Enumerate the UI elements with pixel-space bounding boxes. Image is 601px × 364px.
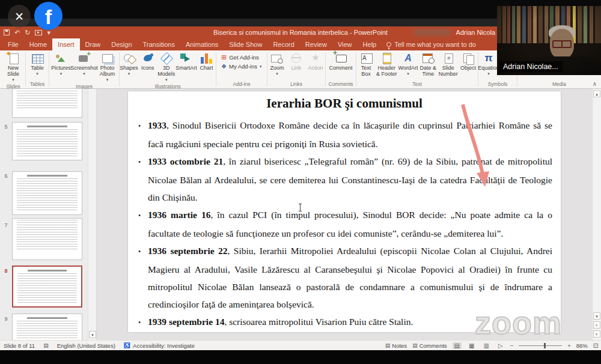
thumbnail-scroll-down-icon[interactable]: ▾ [89, 331, 96, 338]
smartart-button[interactable]: SmartArt [175, 52, 197, 71]
action-button: ★ Action [306, 52, 325, 71]
screenshot-button[interactable]: Screenshot [72, 52, 97, 77]
zoom-icon [270, 52, 284, 64]
zoom-in-button[interactable]: + [567, 342, 571, 349]
slide-number-button[interactable]: Slide Number [438, 52, 459, 77]
slide-bullet: 1933, Sinodul Bisericii Ortodoxe Române … [138, 117, 552, 153]
tab-transitions[interactable]: Transitions [138, 38, 180, 50]
screen: × f ↶ ↻ ▾ Biserica si comunismul in Roma… [0, 0, 601, 364]
slide-bullet: 1933 octombrie 21, în ziarul bisericesc … [138, 153, 552, 206]
photo-album-button[interactable]: Photo Album [97, 52, 118, 83]
3d-models-button[interactable]: 3D Models [157, 52, 175, 83]
group-label-tables: Tables [26, 80, 49, 88]
thumbnail-slide-7[interactable] [12, 218, 82, 260]
tab-review[interactable]: Review [300, 38, 332, 50]
icons-icon [141, 52, 155, 64]
slide-show-button[interactable]: ▷ [496, 342, 505, 349]
tab-home[interactable]: Home [24, 38, 52, 50]
facebook-icon[interactable]: f [34, 2, 63, 30]
notes-button[interactable]: ▤ Notes [385, 342, 407, 349]
get-addins-button[interactable]: ⊞ Get Add-ins [221, 53, 259, 61]
text-box-button[interactable]: Text Box [356, 52, 376, 77]
thumbnail-number: 5 [2, 124, 10, 130]
tab-draw[interactable]: Draw [80, 38, 106, 50]
slide-body-text[interactable]: 1933, Sinodul Bisericii Ortodoxe Române … [138, 117, 552, 332]
thumbnail-number: 6 [2, 173, 10, 179]
thumbnail-slide-6[interactable] [12, 171, 82, 215]
zoom-slider-handle[interactable] [544, 343, 546, 348]
account-name[interactable]: Adrian Nicola [456, 26, 495, 38]
slide-title[interactable]: Ierarhia BOR şi comunismul [128, 96, 561, 111]
language-status[interactable]: English (United States) [57, 342, 115, 349]
lightbulb-icon [386, 42, 391, 47]
zoom-level[interactable]: 86% [576, 342, 588, 349]
ribbon-group-addins: ⊞ Get Add-ins ❖ My Add-ins ▾ Add-ins [216, 50, 267, 88]
shapes-button[interactable]: Shapes [120, 52, 138, 77]
thumbnail-slide-5[interactable] [12, 122, 82, 160]
ribbon-group-comments: Comment Comments [326, 50, 356, 88]
normal-view-button[interactable]: ▤ [453, 342, 462, 349]
pictures-button[interactable]: Pictures [50, 52, 72, 77]
get-addins-icon: ⊞ [221, 53, 227, 61]
thumbnail-number: 9 [2, 316, 10, 322]
next-slide-icon[interactable]: « [593, 330, 600, 338]
slide-bullet: 1936 martie 16, în cazul PCI (în timpul … [138, 206, 552, 242]
group-label-comments: Comments [326, 80, 356, 88]
icons-button[interactable]: Icons [138, 52, 157, 71]
ribbon-group-images: Pictures Screenshot Photo Album Images [49, 50, 119, 88]
accessibility-icon: ♿ [124, 342, 130, 348]
my-addins-button[interactable]: ❖ My Add-ins ▾ [221, 63, 261, 70]
comments-button[interactable]: ▤ Comments [412, 342, 447, 349]
participant-name-label: Adrian Nicolae... [499, 61, 563, 72]
wordart-button[interactable]: A WordArt [398, 52, 419, 77]
thumbnail-slide-9[interactable] [12, 314, 82, 340]
thumbnail-scrollbar[interactable]: ▾ [88, 89, 97, 340]
theme-icon: ▤ [43, 342, 49, 348]
zoom-slider[interactable] [519, 345, 562, 346]
ribbon-group-tables: Table Tables [26, 50, 49, 88]
thumbnail-slide-8-selected[interactable] [12, 265, 82, 308]
tab-help[interactable]: Help [358, 38, 382, 50]
collapse-ribbon-icon[interactable]: ∧ [593, 80, 597, 87]
accessibility-status[interactable]: ♿ Accessibility: Investigate [124, 342, 195, 349]
object-button[interactable]: Object [459, 52, 478, 71]
slide-canvas[interactable]: Ierarhia BOR şi comunismul 1933, Sinodul… [128, 91, 561, 332]
table-button[interactable]: Table [27, 52, 48, 77]
thumbnail-number-selected: 8 [2, 268, 10, 274]
tab-insert[interactable]: Insert [52, 38, 80, 50]
chart-button[interactable]: Chart [197, 52, 216, 71]
header-footer-button[interactable]: Header & Footer [376, 52, 398, 77]
zoom-out-button[interactable]: − [510, 342, 514, 349]
slide-sorter-view-button[interactable]: ▦ [467, 342, 476, 349]
link-button: Link [287, 52, 306, 71]
zoom-button[interactable]: Zoom [267, 52, 287, 77]
fit-slide-icon[interactable]: ⊡ [593, 342, 599, 350]
tell-me-box[interactable]: Tell me what you want to do [382, 38, 481, 50]
shapes-icon [122, 52, 136, 64]
text-cursor [300, 204, 300, 211]
group-label-text: Text [356, 80, 478, 88]
wordart-icon: A [401, 52, 415, 64]
thumbnail-slide-4-partial[interactable] [12, 89, 82, 118]
comment-button[interactable]: Comment [328, 52, 354, 71]
new-slide-button[interactable]: New Slide [3, 52, 24, 83]
vertical-scrollbar[interactable]: ▴ ▾ « « [592, 89, 601, 340]
ribbon-group-text: Text Box Header & Footer A WordArt Date … [356, 50, 478, 88]
scroll-down-icon[interactable]: ▾ [593, 312, 600, 320]
previous-slide-icon[interactable]: « [593, 321, 600, 329]
tab-animations[interactable]: Animations [180, 38, 224, 50]
date-time-button[interactable]: Date & Time [418, 52, 438, 77]
equation-button[interactable]: π Equation [478, 52, 499, 77]
participant-video[interactable]: Adrian Nicolae... [497, 6, 601, 75]
group-label-links: Links [267, 80, 325, 88]
tab-file[interactable]: File [2, 38, 24, 50]
reading-view-button[interactable]: ▥ [481, 342, 490, 349]
scroll-up-icon[interactable]: ▴ [593, 90, 600, 97]
slide-thumbnail-panel: 5 6 7 8 9 [0, 89, 88, 340]
tab-record[interactable]: Record [267, 38, 299, 50]
close-icon[interactable]: × [8, 5, 31, 28]
tab-slide-show[interactable]: Slide Show [224, 38, 267, 50]
slide-bullet: 1936 septembrie 22, Sibiu, Ierarhii Mitr… [138, 242, 552, 313]
tab-design[interactable]: Design [106, 38, 137, 50]
group-label-media: Media [517, 80, 601, 88]
